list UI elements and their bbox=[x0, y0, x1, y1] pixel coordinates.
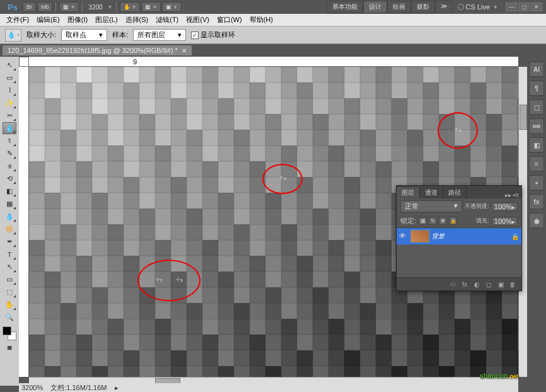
hand-tool[interactable]: ✋ bbox=[3, 299, 16, 311]
adjustments-panel-icon[interactable]: ≡ bbox=[529, 156, 544, 171]
lock-transparency-icon[interactable]: ▦ bbox=[419, 217, 427, 225]
tool-preset-picker[interactable]: 💧▾ bbox=[5, 29, 21, 42]
minimize-button[interactable]: — bbox=[506, 3, 517, 11]
layers-tab[interactable]: 图层 bbox=[397, 187, 420, 199]
menu-layer[interactable]: 图层(L) bbox=[91, 14, 121, 26]
marquee-tool[interactable]: ▭ bbox=[3, 72, 16, 84]
blur-tool[interactable]: 💧 bbox=[3, 210, 16, 222]
menu-window[interactable]: 窗口(W) bbox=[213, 14, 246, 26]
history-brush-tool[interactable]: ⟲ bbox=[3, 173, 16, 185]
mask-panel-icon[interactable]: ◧ bbox=[529, 137, 544, 153]
screen-mode-button[interactable]: ▣▼ bbox=[162, 2, 182, 12]
stamp-tool[interactable]: ⚹ bbox=[3, 160, 16, 172]
foreground-background-color[interactable] bbox=[3, 326, 16, 340]
menu-image[interactable]: 图像(I) bbox=[64, 14, 91, 26]
sample-size-dropdown[interactable]: 取样点▾ bbox=[61, 29, 107, 41]
show-sampling-ring-checkbox[interactable]: ✓显示取样环 bbox=[191, 30, 235, 40]
visibility-icon[interactable]: 👁 bbox=[399, 232, 408, 241]
quick-mask-toggle[interactable]: ◙ bbox=[3, 341, 16, 353]
healing-brush-tool[interactable]: ⚕ bbox=[3, 135, 16, 147]
zoom-tool[interactable]: 🔍 bbox=[3, 311, 16, 323]
eyedropper-tool[interactable]: 💧 bbox=[3, 122, 16, 134]
3d-tool[interactable]: ⬚ bbox=[3, 286, 16, 298]
close-tab-icon[interactable]: ✕ bbox=[182, 47, 187, 54]
delete-layer-icon[interactable]: 🗑 bbox=[508, 280, 518, 289]
annotation-circle-23 bbox=[137, 260, 200, 301]
options-bar: 💧▾ 取样大小: 取样点▾ 样本: 所有图层▾ ✓显示取样环 bbox=[0, 26, 546, 44]
blend-mode-dropdown[interactable]: 正常▾ bbox=[400, 200, 462, 212]
eraser-tool[interactable]: ◧ bbox=[3, 185, 16, 197]
menu-help[interactable]: 帮助(H) bbox=[246, 14, 277, 26]
layer-mask-icon[interactable]: ◐ bbox=[472, 280, 482, 289]
opacity-label: 不透明度: bbox=[465, 202, 489, 210]
status-zoom[interactable]: 3200% bbox=[21, 384, 43, 391]
horizontal-ruler[interactable]: 9 bbox=[29, 57, 518, 67]
lock-position-icon[interactable]: ✥ bbox=[439, 217, 447, 225]
document-tab[interactable]: 120_14699_85e229192fd18f5.jpg @ 3200%(RG… bbox=[3, 45, 192, 55]
layer-row[interactable]: 👁 背景 🔒 bbox=[397, 228, 521, 245]
dodge-tool[interactable]: 🔆 bbox=[3, 223, 16, 235]
right-dock: Al ¶ ⬚ MB ◧ ≡ ⚬ fx ◉ bbox=[527, 57, 546, 386]
crop-tool[interactable]: ✂ bbox=[3, 110, 16, 122]
menu-select[interactable]: 选择(S) bbox=[122, 14, 153, 26]
sample-marker-2: ✧₂ bbox=[155, 276, 163, 283]
layer-fx-icon[interactable]: fx bbox=[460, 280, 470, 289]
lasso-tool[interactable]: ⌇ bbox=[3, 84, 16, 96]
minibridge-button[interactable]: Mb bbox=[37, 2, 53, 12]
shape-tool[interactable]: ▭ bbox=[3, 274, 16, 285]
minibridge-panel-icon[interactable]: MB bbox=[529, 118, 544, 134]
character-panel-icon[interactable]: Al bbox=[529, 62, 544, 77]
ruler-origin[interactable] bbox=[19, 57, 29, 67]
maximize-button[interactable]: ◻ bbox=[518, 3, 530, 11]
layers-panel: 图层 通道 路径 ▸▸ ▪≡ 正常▾ 不透明度: 100%▸ 锁定: ▦ ✎ ✥… bbox=[396, 185, 522, 291]
zoom-level[interactable]: 3200 bbox=[86, 4, 105, 11]
brush-panel-icon[interactable]: ⚬ bbox=[529, 175, 544, 190]
link-layers-icon[interactable]: ⬭ bbox=[448, 280, 458, 289]
type-tool[interactable]: T bbox=[3, 248, 16, 260]
fill-value[interactable]: 100%▸ bbox=[492, 217, 518, 226]
lock-label: 锁定: bbox=[400, 216, 416, 226]
pen-tool[interactable]: ✒ bbox=[3, 236, 16, 248]
workspace-painting[interactable]: 绘画 bbox=[387, 1, 411, 13]
layers-list: 👁 背景 🔒 bbox=[397, 228, 521, 277]
sample-marker-4: ✧₄ bbox=[279, 174, 286, 181]
sample-dropdown[interactable]: 所有图层▾ bbox=[133, 29, 186, 41]
menu-file[interactable]: 文件(F) bbox=[3, 14, 33, 26]
swatches-panel-icon[interactable]: ⬚ bbox=[529, 100, 544, 115]
layer-name[interactable]: 背景 bbox=[432, 232, 509, 241]
brush-tool[interactable]: ✎ bbox=[3, 147, 16, 159]
styles-panel-icon[interactable]: fx bbox=[529, 194, 544, 209]
layer-thumbnail[interactable] bbox=[410, 230, 429, 243]
opacity-value[interactable]: 100%▸ bbox=[492, 202, 518, 211]
vertical-ruler[interactable] bbox=[19, 67, 29, 377]
workspace-design[interactable]: 设计 bbox=[363, 1, 387, 13]
magic-wand-tool[interactable]: ✨ bbox=[3, 97, 16, 109]
gradient-tool[interactable]: ▦ bbox=[3, 198, 16, 210]
menu-view[interactable]: 视图(V) bbox=[182, 14, 213, 26]
app-title-bar: Ps Br Mb ▦▼ 3200▼ ✋▼ ▦▼ ▣▼ 基本功能 设计 绘画 摄影… bbox=[0, 0, 546, 14]
move-tool[interactable]: ↖ bbox=[3, 59, 16, 71]
menu-bar: 文件(F) 编辑(E) 图像(I) 图层(L) 选择(S) 滤镜(T) 视图(V… bbox=[0, 14, 546, 26]
channels-tab[interactable]: 通道 bbox=[420, 187, 443, 199]
hand-tool-button[interactable]: ✋▼ bbox=[120, 2, 141, 12]
close-button[interactable]: ✕ bbox=[531, 3, 542, 11]
status-doc-size[interactable]: 文档:1.16M/1.16M bbox=[50, 383, 107, 393]
arrange-button[interactable]: ▦▼ bbox=[141, 2, 161, 12]
view-extras-button[interactable]: ▦▼ bbox=[59, 2, 79, 12]
lock-pixels-icon[interactable]: ✎ bbox=[429, 217, 437, 225]
workspace-essentials[interactable]: 基本功能 bbox=[327, 1, 363, 13]
lock-all-icon[interactable]: 🔒 bbox=[449, 217, 457, 225]
workspace-more[interactable]: ≫ bbox=[435, 1, 453, 13]
menu-edit[interactable]: 编辑(E) bbox=[33, 14, 64, 26]
bridge-button[interactable]: Br bbox=[23, 2, 36, 12]
cs-live-button[interactable]: CS Live▼ bbox=[454, 3, 502, 11]
new-group-icon[interactable]: ◻ bbox=[484, 280, 494, 289]
panel-menu-icon[interactable]: ▸▸ ▪≡ bbox=[502, 192, 521, 199]
new-layer-icon[interactable]: ▣ bbox=[496, 280, 506, 289]
paragraph-panel-icon[interactable]: ¶ bbox=[529, 81, 544, 96]
navigator-panel-icon[interactable]: ◉ bbox=[529, 213, 544, 228]
workspace-photography[interactable]: 摄影 bbox=[411, 1, 435, 13]
menu-filter[interactable]: 滤镜(T) bbox=[152, 14, 182, 26]
paths-tab[interactable]: 路径 bbox=[443, 187, 467, 199]
path-select-tool[interactable]: ↖ bbox=[3, 261, 16, 273]
